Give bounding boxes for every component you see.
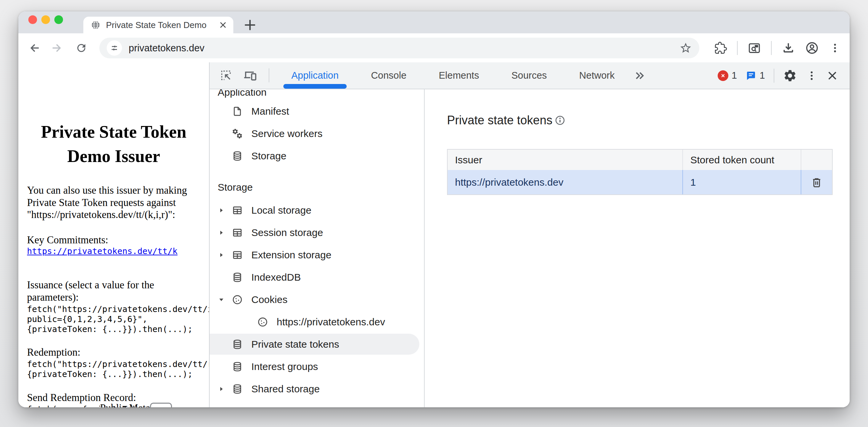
devtools-panel: ApplicationConsoleElementsSourcesNetwork…	[209, 62, 850, 407]
chevron-right-icon[interactable]	[218, 229, 225, 236]
sidebar-item-label: Local storage	[251, 205, 311, 216]
cookie-icon	[232, 294, 243, 305]
toolbar-divider	[737, 41, 738, 55]
table-row[interactable]: https://privatetokens.dev1	[448, 170, 832, 194]
pane-title-row: Private state tokens	[447, 113, 566, 127]
error-count: 1	[732, 70, 737, 81]
redemption-label: Redemption:	[27, 346, 80, 359]
sidebar-item-shared-storage[interactable]: Shared storage	[210, 378, 424, 400]
browser-window: Private State Token Demo privatetokens.d…	[18, 11, 850, 407]
sidebar-item-label: IndexedDB	[251, 272, 301, 283]
sidebar-item-local-storage[interactable]: Local storage	[210, 199, 424, 221]
devtools-toolbar: ApplicationConsoleElementsSourcesNetwork…	[210, 62, 850, 89]
info-icon[interactable]	[554, 115, 566, 126]
minimize-window-button[interactable]	[41, 15, 50, 24]
redemption-code: fetch("https://privatetokens.dev/tt/r", …	[27, 359, 209, 379]
devtools-toolbar-right: 1 1	[718, 62, 838, 89]
sidebar-item-label: Storage	[251, 150, 286, 162]
bookmark-star-icon[interactable]	[679, 42, 692, 54]
search-tabs-icon[interactable]	[748, 41, 761, 55]
toolbar-divider	[771, 41, 772, 55]
devtools-tab-sources[interactable]: Sources	[512, 70, 547, 81]
extensions-icon[interactable]	[714, 42, 727, 54]
table-icon	[232, 227, 243, 238]
delete-trash-icon[interactable]	[811, 176, 823, 188]
db-icon	[232, 339, 243, 350]
sidebar-item-label: Cookies	[251, 294, 287, 305]
column-header-stored-token-count: Stored token count	[683, 150, 801, 170]
sidebar-item-indexeddb[interactable]: IndexedDB	[210, 266, 424, 288]
chevron-down-icon[interactable]	[218, 296, 225, 303]
sidebar-item-service-workers[interactable]: Service workers	[210, 122, 424, 145]
db-icon	[232, 383, 243, 395]
application-sidebar: ApplicationManifestService workersStorag…	[210, 89, 425, 407]
chevron-right-icon[interactable]	[218, 385, 225, 393]
page-title: Private State Token Demo Issuer	[18, 120, 209, 168]
tab-close-icon[interactable]	[219, 21, 227, 29]
key-commitments-label: Key Commitments:	[27, 234, 108, 246]
sidebar-section-application: Application	[210, 89, 424, 100]
back-icon[interactable]	[28, 42, 40, 54]
browser-tab[interactable]: Private State Token Demo	[83, 17, 233, 33]
inspect-element-icon[interactable]	[220, 69, 232, 82]
sidebar-item-extension-storage[interactable]: Extension storage	[210, 244, 424, 266]
downloads-icon[interactable]	[782, 41, 795, 55]
reload-icon[interactable]	[75, 42, 87, 54]
page-intro: You can also use this issuer by making P…	[27, 184, 205, 221]
url-text[interactable]: privatetokens.dev	[129, 43, 679, 54]
message-count: 1	[760, 70, 765, 81]
file-icon	[232, 106, 243, 117]
table-icon	[232, 249, 243, 261]
issuance-code: fetch("https://privatetokens.dev/tt/i? p…	[27, 304, 209, 334]
pane-title: Private state tokens	[447, 113, 552, 127]
devtools-tab-elements[interactable]: Elements	[439, 70, 479, 81]
gears-icon	[232, 128, 243, 139]
sidebar-item-label: Shared storage	[251, 383, 320, 395]
close-window-button[interactable]	[28, 15, 37, 24]
devtools-tab-application[interactable]: Application	[291, 70, 339, 81]
new-tab-button[interactable]	[242, 17, 258, 33]
sidebar-item-label: Session storage	[251, 227, 323, 238]
db-icon	[232, 272, 243, 283]
maximize-window-button[interactable]	[54, 15, 63, 24]
site-settings-button[interactable]	[107, 40, 122, 56]
toolbar-right-cluster	[714, 33, 841, 62]
devtools-close-icon[interactable]	[826, 70, 838, 82]
tokens-table: IssuerStored token counthttps://privatet…	[447, 149, 833, 195]
public-metadata-input[interactable]	[150, 403, 172, 407]
menu-kebab-icon[interactable]	[829, 42, 841, 54]
profile-icon[interactable]	[805, 41, 819, 55]
browser-toolbar: privatetokens.dev	[18, 33, 850, 63]
device-toolbar-icon[interactable]	[243, 68, 257, 82]
table-header-row: IssuerStored token count	[448, 150, 832, 170]
address-bar[interactable]: privatetokens.dev	[99, 38, 699, 58]
devtools-tab-console[interactable]: Console	[371, 70, 406, 81]
sidebar-item-session-storage[interactable]: Session storage	[210, 221, 424, 244]
more-tabs-chevron-icon[interactable]	[633, 69, 646, 82]
sidebar-item-storage[interactable]: Storage	[210, 145, 424, 167]
key-commitments-link[interactable]: https://privatetokens.dev/tt/k	[27, 246, 178, 256]
forward-icon[interactable]	[51, 42, 63, 54]
devtools-tab-network[interactable]: Network	[579, 70, 615, 81]
cookie-icon	[257, 316, 268, 328]
tab-title: Private State Token Demo	[106, 20, 219, 30]
message-badge-icon[interactable]	[746, 70, 756, 81]
tab-strip: Private State Token Demo	[18, 11, 850, 33]
sidebar-item-cookies[interactable]: Cookies	[210, 288, 424, 311]
issuer-cell: https://privatetokens.dev	[448, 170, 683, 194]
sidebar-item-private-state-tokens[interactable]: Private state tokens	[210, 333, 424, 355]
error-badge-icon[interactable]	[718, 70, 728, 81]
sidebar-section-storage: Storage	[210, 167, 424, 199]
devtools-divider	[774, 69, 774, 83]
devtools-kebab-icon[interactable]	[806, 70, 818, 82]
sidebar-item-manifest[interactable]: Manifest	[210, 100, 424, 122]
sidebar-item-interest-groups[interactable]: Interest groups	[210, 355, 424, 378]
sidebar-item-https-privatetokens-dev[interactable]: https://privatetokens.dev	[210, 311, 424, 333]
sidebar-item-label: https://privatetokens.dev	[277, 316, 385, 328]
devtools-settings-gear-icon[interactable]	[783, 69, 797, 83]
chevron-right-icon[interactable]	[218, 207, 225, 214]
chevron-right-icon[interactable]	[218, 251, 225, 259]
db-icon	[232, 361, 243, 372]
sidebar-item-label: Service workers	[251, 128, 322, 139]
sidebar-item-label: Extension storage	[251, 249, 331, 261]
